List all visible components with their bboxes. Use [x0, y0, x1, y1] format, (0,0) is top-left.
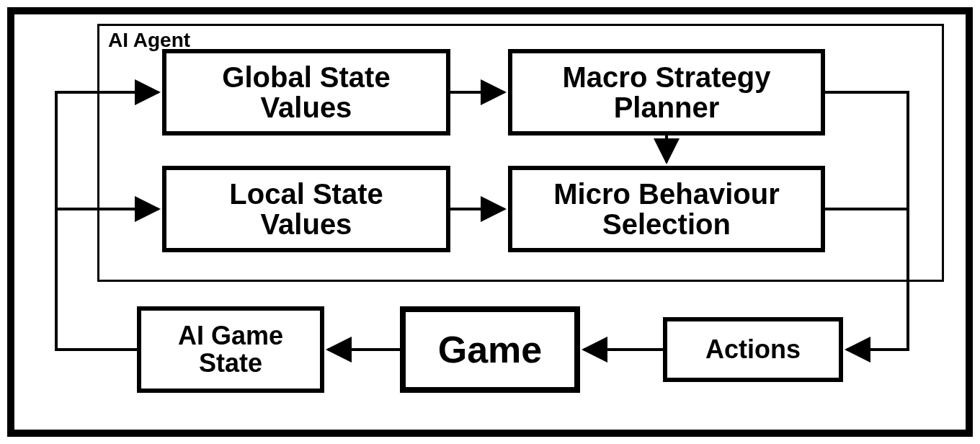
- edge-aistate-to-global: [56, 92, 159, 209]
- edge-macro-to-actions: [825, 92, 908, 350]
- edge-aistate-to-local: [56, 209, 159, 350]
- connectors: [0, 0, 980, 444]
